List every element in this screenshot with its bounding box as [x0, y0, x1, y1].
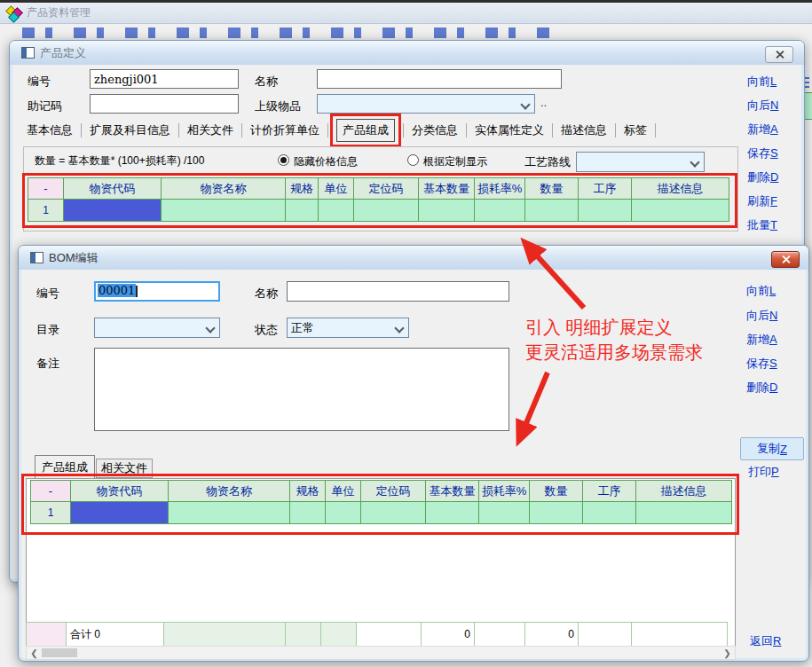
bom-name-input[interactable]: [287, 281, 509, 302]
tab-description[interactable]: 描述信息: [561, 122, 607, 138]
bom-code-label: 编号: [36, 286, 59, 302]
add-button[interactable]: 新增A: [747, 122, 778, 137]
delete-button[interactable]: 删除D: [747, 169, 778, 185]
product-dialog-titlebar[interactable]: 产品定义: [10, 41, 804, 65]
column-header[interactable]: 单位: [319, 178, 354, 200]
backward-button[interactable]: 向后N: [746, 308, 777, 324]
remark-textarea[interactable]: [94, 348, 509, 431]
app-icon: [6, 6, 20, 20]
radio-custom-display[interactable]: [407, 154, 419, 166]
form-icon: [30, 252, 43, 263]
cell[interactable]: [426, 502, 479, 524]
column-header[interactable]: 定位码: [361, 481, 426, 502]
cell[interactable]: [326, 502, 361, 524]
copy-button[interactable]: 复制Z: [740, 437, 804, 460]
column-header[interactable]: 工序: [583, 481, 636, 502]
close-icon[interactable]: [765, 46, 793, 63]
chevron-down-icon: [394, 323, 404, 333]
tab-label[interactable]: 标签: [624, 122, 647, 138]
column-header[interactable]: 物资代码: [64, 178, 162, 200]
column-header[interactable]: 物资代码: [71, 481, 169, 502]
cell[interactable]: [162, 200, 286, 222]
horizontal-scrollbar[interactable]: ❮ ❯: [26, 646, 736, 660]
close-icon[interactable]: [771, 251, 800, 268]
batch-button[interactable]: 批量T: [747, 217, 777, 233]
summary-cell: [164, 623, 286, 647]
column-header[interactable]: 规格: [290, 481, 326, 502]
column-header[interactable]: 物资名称: [162, 178, 286, 200]
product-name-input[interactable]: [317, 69, 562, 89]
mnemonic-input[interactable]: [90, 94, 239, 114]
row-number-cell[interactable]: 1: [28, 200, 64, 222]
cell[interactable]: [361, 502, 426, 524]
tab-related-files[interactable]: 相关文件: [187, 122, 233, 138]
column-header[interactable]: 数量: [530, 481, 583, 502]
column-header[interactable]: -: [28, 178, 64, 200]
column-header[interactable]: 基本数量: [426, 481, 479, 502]
catalog-combo[interactable]: [94, 318, 220, 338]
return-button[interactable]: 返回R: [750, 633, 781, 649]
save-button[interactable]: 保存S: [747, 145, 778, 161]
cell[interactable]: [319, 200, 354, 222]
catalog-label: 目录: [36, 322, 59, 338]
cell[interactable]: [632, 200, 729, 222]
add-button[interactable]: 新增A: [746, 332, 777, 348]
product-code-input[interactable]: [90, 69, 239, 89]
tab-product-composition[interactable]: 产品组成: [336, 119, 395, 142]
scrollbar-thumb[interactable]: [42, 648, 77, 657]
column-header[interactable]: 单位: [326, 481, 361, 502]
column-header[interactable]: 描述信息: [632, 178, 729, 200]
column-header[interactable]: -: [31, 481, 71, 502]
tab-classification[interactable]: 分类信息: [412, 122, 458, 138]
column-header[interactable]: 描述信息: [636, 481, 732, 502]
tab-pricing-unit[interactable]: 计价折算单位: [250, 122, 319, 138]
bom-code-input[interactable]: 00001: [94, 281, 220, 302]
parent-item-combo[interactable]: [317, 94, 535, 114]
tab-entity-attributes[interactable]: 实体属性定义: [475, 122, 544, 138]
column-header[interactable]: 物资名称: [169, 481, 290, 502]
backward-button[interactable]: 向后N: [747, 98, 778, 114]
refresh-button[interactable]: 刷新F: [747, 193, 777, 209]
save-button[interactable]: 保存S: [746, 356, 777, 372]
column-header[interactable]: 损耗率%: [479, 481, 530, 502]
cell[interactable]: [290, 502, 326, 524]
status-combo[interactable]: 正常: [287, 318, 409, 338]
column-header[interactable]: 损耗率%: [475, 178, 525, 200]
row-number-cell[interactable]: 1: [31, 502, 71, 524]
radio-custom-display-label[interactable]: 根据定制显示: [423, 154, 487, 169]
parent-item-ellipsis[interactable]: ..: [540, 96, 547, 109]
column-header[interactable]: 基本数量: [419, 178, 475, 200]
cell[interactable]: [286, 200, 319, 222]
column-header[interactable]: 数量: [525, 178, 579, 200]
forward-button[interactable]: 向前L: [747, 74, 777, 90]
bom-tab-composition[interactable]: 产品组成: [35, 455, 95, 478]
selected-cell[interactable]: [71, 502, 169, 524]
column-header[interactable]: 定位码: [354, 178, 419, 200]
cell[interactable]: [636, 502, 732, 524]
cell[interactable]: [579, 200, 632, 222]
cell[interactable]: [530, 502, 583, 524]
radio-hide-price-label[interactable]: 隐藏价格信息: [294, 154, 358, 169]
tab-basic-info[interactable]: 基本信息: [27, 122, 73, 138]
bom-dialog-titlebar[interactable]: BOM编辑: [19, 246, 808, 270]
forward-button[interactable]: 向前L: [746, 283, 776, 299]
radio-hide-price[interactable]: [278, 154, 289, 166]
cell[interactable]: [583, 502, 636, 524]
cell[interactable]: [169, 502, 290, 524]
selected-cell[interactable]: [64, 200, 162, 222]
cell[interactable]: [419, 200, 475, 222]
process-route-combo[interactable]: [576, 152, 705, 172]
cell[interactable]: [354, 200, 419, 222]
print-button[interactable]: 打印P: [748, 464, 779, 480]
delete-button[interactable]: 删除D: [746, 380, 777, 396]
bom-tab-related-files[interactable]: 相关文件: [96, 459, 153, 478]
scroll-right-icon[interactable]: ❯: [721, 647, 734, 658]
product-dialog-title: 产品定义: [40, 45, 86, 61]
column-header[interactable]: 规格: [286, 178, 319, 200]
cell[interactable]: [525, 200, 579, 222]
cell[interactable]: [479, 502, 530, 524]
column-header[interactable]: 工序: [579, 178, 632, 200]
scroll-left-icon[interactable]: ❮: [28, 647, 41, 658]
cell[interactable]: [475, 200, 525, 222]
tab-extended-info[interactable]: 扩展及科目信息: [90, 122, 170, 138]
